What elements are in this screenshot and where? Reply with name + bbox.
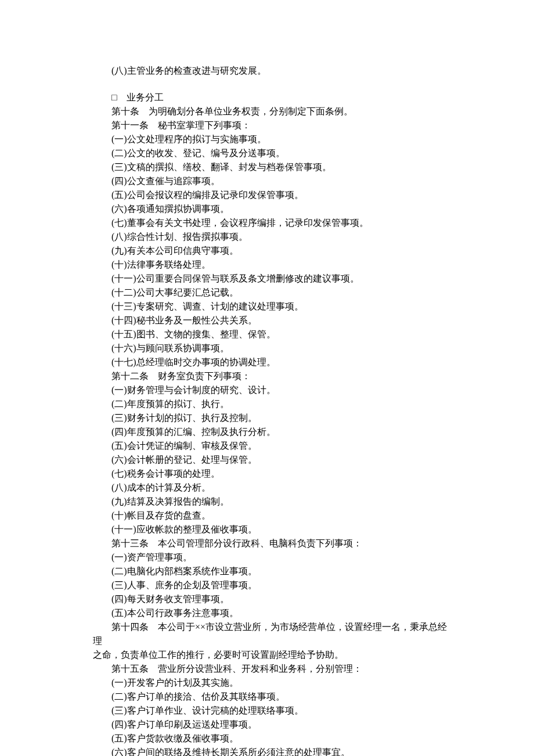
text-line: (一)开发客户的计划及其实施。 [93,676,453,690]
text-line: (五)会计凭证的编制、审核及保管。 [93,439,453,453]
text-line: (十)法律事务联络处理。 [93,258,453,272]
text-line: (三)财务计划的拟订、执行及控制。 [93,411,453,425]
text-line: (六)各项通知撰拟协调事项。 [93,202,453,216]
text-line: (四)客户订单印刷及运送处理事项。 [93,718,453,732]
text-line: 第十五条 营业所分设营业科、开发科和业务科，分别管理： [93,662,453,676]
text-line: (二)客户订单的接洽、估价及其联络事项。 [93,690,453,704]
text-line: 第十条 为明确划分各单位业务权责，分别制定下面条例。 [93,105,453,118]
text-line: (七)董事会有关文书处理，会议程序编排，记录印发保管事项。 [93,216,453,230]
document-body: (八)主管业务的检查改进与研究发展。□ 业务分工第十条 为明确划分各单位业务权责… [93,64,453,756]
text-line: 第十四条 本公司于××市设立营业所，为市场经营单位，设置经理一名，秉承总经理 [93,620,453,648]
text-line: (六)会计帐册的登记、处理与保管。 [93,453,453,467]
text-line: (一)财务管理与会计制度的研究、设计。 [93,383,453,397]
text-line: (三)人事、庶务的企划及管理事项。 [93,578,453,592]
text-line: (十六)与顾问联系协调事项。 [93,341,453,355]
text-line: (十二)公司大事纪要汇总记载。 [93,286,453,300]
text-line: (四)每天财务收支管理事项。 [93,592,453,606]
text-line: 第十三条 本公司管理部分设行政科、电脑科负责下列事项： [93,537,453,550]
text-line: (四)公文查催与追踪事项。 [93,174,453,188]
text-line: (一)公文处理程序的拟订与实施事项。 [93,132,453,146]
text-line: (六)客户间的联络及维持长期关系所必须注意的处理事宜。 [93,746,453,756]
text-line: (八)综合性计划、报告撰拟事项。 [93,230,453,244]
text-line: (十三)专案研究、调查、计划的建议处理事项。 [93,300,453,314]
text-line: (九)结算及决算报告的编制。 [93,495,453,509]
text-line: (五)公司会报议程的编排及记录印发保管事项。 [93,188,453,202]
text-line: (十七)总经理临时交办事项的协调处理。 [93,355,453,369]
text-line: □ 业务分工 [93,91,453,105]
text-line: 之命，负责单位工作的推行，必要时可设置副经理给予协助。 [93,648,453,662]
text-line: 第十二条 财务室负责下列事项： [93,369,453,383]
text-line: (七)税务会计事项的处理。 [93,467,453,481]
blank-line [93,78,453,91]
text-line: (十一)公司重要合同保管与联系及条文增删修改的建议事项。 [93,272,453,286]
text-line: (十)帐目及存货的盘查。 [93,509,453,523]
text-line: (四)年度预算的汇编、控制及执行分析。 [93,425,453,439]
text-line: (八)成本的计算及分析。 [93,481,453,495]
text-line: (八)主管业务的检查改进与研究发展。 [93,64,453,78]
text-line: (十四)秘书业务及一般性公共关系。 [93,314,453,327]
text-line: (二)电脑化内部档案系统作业事项。 [93,564,453,578]
text-line: (五)客户货款收缴及催收事项。 [93,732,453,746]
text-line: 第十一条 秘书室掌理下列事项： [93,118,453,132]
text-line: (十五)图书、文物的搜集、整理、保管。 [93,327,453,341]
text-line: (二)公文的收发、登记、编号及分送事项。 [93,146,453,160]
text-line: (三)文稿的撰拟、缮校、翻译、封发与档卷保管事项。 [93,160,453,174]
text-line: (十一)应收帐款的整理及催收事项。 [93,523,453,537]
text-line: (二)年度预算的拟订、执行。 [93,397,453,411]
text-line: (五)本公司行政事务注意事项。 [93,606,453,620]
text-line: (三)客户订单作业、设计完稿的处理联络事项。 [93,704,453,718]
text-line: (一)资产管理事项。 [93,550,453,564]
text-line: (九)有关本公司印信典守事项。 [93,244,453,258]
